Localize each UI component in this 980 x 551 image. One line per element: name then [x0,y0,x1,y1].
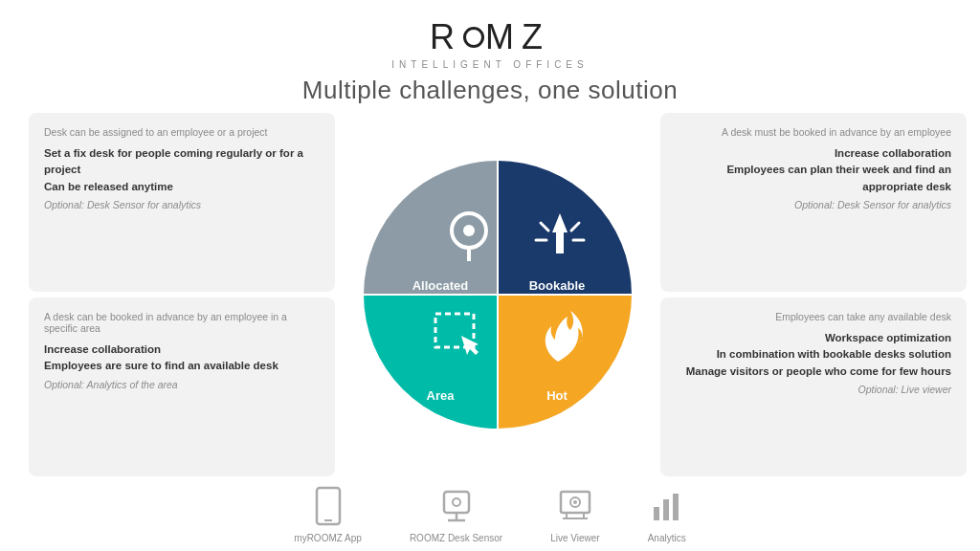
bookable-panel-optional: Optional: Desk Sensor for analytics [676,199,951,210]
hot-segment [498,295,632,429]
logo-subtitle: INTELLIGENT OFFICES [0,59,980,70]
area-panel-optional: Optional: Analytics of the area [44,379,320,390]
svg-point-13 [453,498,460,506]
allocated-label: Allocated [412,278,469,293]
hot-label: Hot [546,388,568,403]
svg-rect-12 [444,492,469,513]
right-panels: A desk must be booked in advance by an e… [660,113,967,476]
hot-panel-header: Employees can take any available desk [676,311,951,322]
hot-panel-main: Workspace optimizationIn combination wit… [676,330,951,380]
allocated-panel-header: Desk can be assigned to an employee or a… [44,126,320,138]
allocated-panel-main: Set a fix desk for people coming regular… [44,145,320,195]
hot-panel-optional: Optional: Live viewer [676,384,951,395]
footer-item-analytics: Analytics [648,486,686,543]
footer: myROOMZ App ROOMZ Desk Sensor Live Viewe… [0,476,980,551]
bookable-panel-main: Increase collaborationEmployees can plan… [676,145,951,195]
area-segment [364,295,498,429]
footer-label-analytics: Analytics [648,533,686,543]
area-panel-main: Increase collaborationEmployees are sure… [44,342,320,375]
bookable-panel: A desk must be booked in advance by an e… [660,113,967,292]
sensor-icon [438,486,475,528]
allocated-segment [364,161,498,295]
bookable-panel-header: A desk must be booked in advance by an e… [676,126,951,138]
area-panel-header: A desk can be booked in advance by an em… [44,311,320,334]
footer-item-app: myROOMZ App [294,486,362,543]
svg-rect-10 [317,488,340,524]
center-circle: Allocated Bookable Area [335,113,660,476]
footer-label-app: myROOMZ App [294,533,362,543]
footer-item-viewer: Live Viewer [550,486,600,543]
svg-point-18 [573,500,577,504]
footer-label-sensor: ROOMZ Desk Sensor [410,533,502,543]
left-panels: Desk can be assigned to an employee or a… [29,113,335,476]
main-content: Desk can be assigned to an employee or a… [0,113,980,476]
allocated-panel-optional: Optional: Desk Sensor for analytics [44,199,320,210]
svg-rect-22 [654,507,659,520]
svg-rect-23 [663,499,669,520]
logo-o-shape [463,27,484,48]
area-panel: A desk can be booked in advance by an em… [29,298,335,476]
header: RMZ INTELLIGENT OFFICES Multiple challen… [0,0,980,105]
analytics-icon [650,486,684,528]
footer-item-sensor: ROOMZ Desk Sensor [410,486,502,543]
quadrant-svg: Allocated Bookable Area [345,142,651,448]
allocated-panel: Desk can be assigned to an employee or a… [29,113,335,292]
main-title: Multiple challenges, one solution [0,76,980,105]
viewer-icon [557,486,593,528]
hot-panel: Employees can take any available desk Wo… [660,298,967,476]
phone-icon [313,486,344,528]
svg-point-1 [463,225,475,236]
bookable-label: Bookable [529,278,586,293]
svg-rect-24 [673,494,679,520]
logo: RMZ [0,17,980,57]
footer-label-viewer: Live Viewer [550,533,600,543]
area-label: Area [427,388,456,403]
